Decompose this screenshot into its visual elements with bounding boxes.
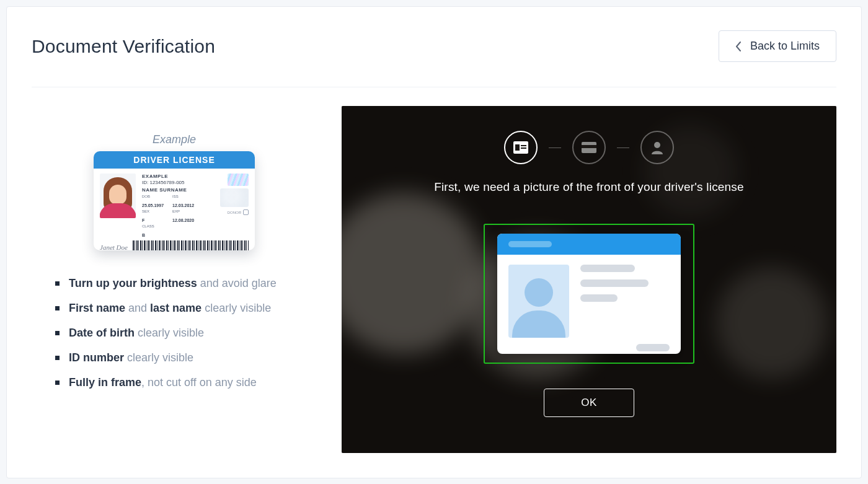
placeholder-id-card (497, 234, 681, 354)
capture-panel: First, we need a picture of the front of… (342, 106, 836, 453)
example-license-wrap: DRIVER LICENSE EXAMPLE ID: 123456789-005… (32, 151, 317, 250)
svg-rect-3 (521, 147, 526, 149)
header: Document Verification Back to Limits (32, 30, 836, 62)
capture-frame (484, 224, 694, 364)
back-button-label: Back to Limits (750, 40, 820, 53)
step-selfie (640, 131, 674, 164)
list-item: ID number clearly visible (69, 350, 317, 367)
id-back-icon (582, 142, 596, 153)
tips-list: Turn up your brightness and avoid glare … (32, 275, 317, 391)
svg-rect-1 (515, 144, 520, 151)
capture-instruction: First, we need a picture of the front of… (360, 180, 818, 194)
example-license-card: DRIVER LICENSE EXAMPLE ID: 123456789-005… (94, 151, 255, 250)
list-item: Turn up your brightness and avoid glare (69, 275, 317, 293)
license-signature: Janet Doe (100, 244, 128, 250)
id-front-icon (513, 141, 528, 154)
divider (32, 87, 836, 87)
svg-point-6 (654, 142, 660, 148)
license-info: EXAMPLE ID: 123456789-005 NAME SURNAME D… (142, 174, 214, 239)
ok-button[interactable]: OK (544, 389, 634, 417)
list-item: First name and last name clearly visible (69, 300, 317, 317)
list-item: Date of birth clearly visible (69, 325, 317, 342)
chevron-left-icon (735, 42, 742, 51)
license-photo (100, 174, 136, 218)
step-back-id (572, 131, 606, 164)
license-donor-label: DONOR (228, 209, 249, 215)
instructions-panel: Example DRIVER LICENSE EXAMPLE ID: 12345… (32, 106, 317, 398)
license-world-graphic (220, 188, 249, 207)
example-label: Example (32, 133, 317, 146)
license-right: DONOR (220, 174, 249, 239)
selfie-icon (651, 141, 663, 154)
step-indicator (360, 131, 818, 164)
verification-card: Document Verification Back to Limits Exa… (6, 6, 862, 478)
svg-rect-5 (582, 145, 596, 148)
page-title: Document Verification (32, 36, 215, 57)
license-barcode (133, 240, 249, 250)
back-to-limits-button[interactable]: Back to Limits (719, 30, 836, 62)
content: Example DRIVER LICENSE EXAMPLE ID: 12345… (32, 106, 836, 453)
svg-rect-2 (521, 145, 526, 146)
step-front-id (504, 131, 538, 164)
placeholder-lines (580, 265, 649, 338)
placeholder-photo (508, 265, 569, 338)
license-header: DRIVER LICENSE (94, 151, 255, 169)
list-item: Fully in frame, not cut off on any side (69, 374, 317, 392)
license-hologram (228, 174, 249, 186)
